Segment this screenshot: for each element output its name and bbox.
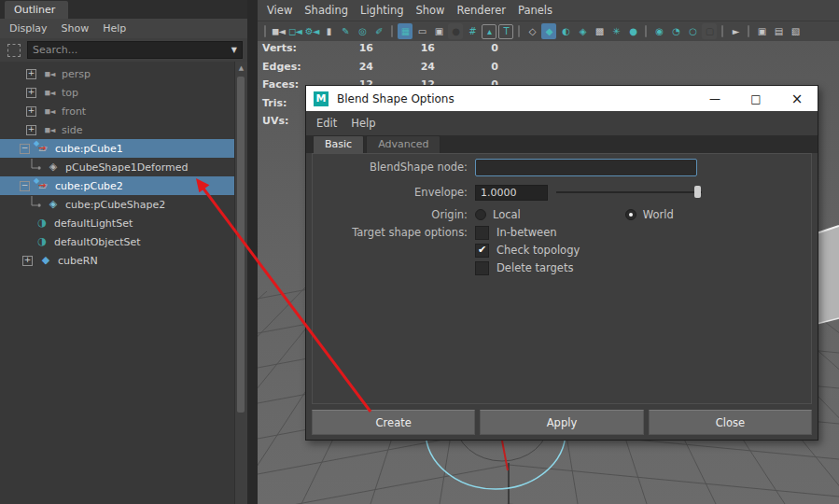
filter-icon[interactable] <box>7 44 21 57</box>
motion-blur-icon[interactable]: ◔ <box>668 23 683 39</box>
tab-basic[interactable]: Basic <box>313 135 364 153</box>
dialog-titlebar[interactable]: M Blend Shape Options —□× <box>306 86 818 111</box>
resolution-gate-icon[interactable]: ▣ <box>431 23 446 39</box>
outliner-item-cube-pcubeshape2[interactable]: ◈cube:pCubeShape2 <box>0 195 235 214</box>
outliner-item-front[interactable]: +◼◄front <box>0 102 235 120</box>
shaded-sphere-icon[interactable]: ◐ <box>558 23 573 39</box>
field-chart-icon[interactable]: # <box>465 23 480 39</box>
exposure-icon[interactable]: ▢ <box>702 23 717 39</box>
outliner-item-label: top <box>62 87 78 99</box>
expand-icon[interactable]: + <box>26 69 36 79</box>
viewport-menu-view[interactable]: View <box>267 4 292 17</box>
shadows-icon[interactable]: ● <box>625 23 640 39</box>
origin-radio-world[interactable] <box>625 209 636 220</box>
smooth-shade-icon[interactable]: ◆ <box>541 23 556 39</box>
create-button[interactable]: Create <box>312 410 475 435</box>
ao-icon[interactable]: ◉ <box>651 23 666 39</box>
reference-icon: ◆ <box>37 253 54 268</box>
outliner-item-cube-pcube1[interactable]: −▱→◆cube:pCube1 <box>0 139 235 158</box>
checkbox-check-topology[interactable]: ✔ <box>475 244 489 258</box>
gate-mask-icon[interactable]: ● <box>448 23 463 39</box>
camera-settings-icon[interactable]: ⚙◄ <box>304 23 319 39</box>
wireframe-icon[interactable]: ◇ <box>524 23 539 39</box>
envelope-value-field[interactable]: 1.0000 <box>475 185 548 201</box>
outliner-item-label: cube:pCube2 <box>55 180 123 192</box>
tree-connector <box>28 196 45 213</box>
checker-icon[interactable]: ▩ <box>592 23 607 39</box>
checkbox-label: In-between <box>496 226 557 239</box>
outliner-tree: +◼◄persp+◼◄top+◼◄front+◼◄side−▱→◆cube:pC… <box>0 62 235 504</box>
maximize-button[interactable]: □ <box>735 86 776 111</box>
isolate-view-icon[interactable]: ▤ <box>771 23 786 39</box>
checkbox-in-between[interactable] <box>475 226 489 240</box>
chevron-down-icon[interactable]: ▼ <box>231 46 237 54</box>
viewport-toolbar: ◼◄◻◄⚙◄▮✎◎✐▦▭▣●#▴T◇◆◐◈▩✳●◉◔○▢►▣▤▧ <box>258 21 839 41</box>
slider-handle[interactable] <box>694 186 701 198</box>
annotate-icon[interactable]: ✐ <box>371 23 386 39</box>
scroll-up-icon[interactable]: ▲ <box>235 62 247 72</box>
grease-pencil-icon[interactable]: ✎ <box>338 23 353 39</box>
expand-icon[interactable]: + <box>26 88 36 98</box>
outliner-menu-display[interactable]: Display <box>9 22 48 35</box>
textured-cube-icon[interactable]: ◈ <box>575 23 590 39</box>
bookmark-icon[interactable]: ▮ <box>321 23 336 39</box>
expand-icon[interactable]: + <box>26 106 36 117</box>
close-button[interactable]: × <box>776 86 818 111</box>
outliner-search-row: Search... ▼ <box>0 38 247 62</box>
close-button[interactable]: Close <box>649 410 812 435</box>
film-gate-icon[interactable]: ▭ <box>414 23 429 39</box>
viewport-menubar: ViewShadingLightingShowRendererPanels <box>258 0 839 21</box>
viewport-menu-panels[interactable]: Panels <box>518 4 552 17</box>
isolate-select-icon[interactable]: ▣ <box>754 23 769 39</box>
outliner-item-defaultobjectset[interactable]: ◑defaultObjectSet <box>0 232 235 251</box>
envelope-slider[interactable] <box>556 185 702 200</box>
select-tool-icon[interactable]: ► <box>728 23 743 39</box>
search-input[interactable]: Search... ▼ <box>27 41 243 59</box>
target-option-row: ✔Check topology <box>313 241 811 259</box>
collapse-icon[interactable]: − <box>20 181 30 191</box>
texture-view-icon[interactable]: T <box>498 24 513 39</box>
camera-icon[interactable]: ◼◄ <box>271 23 286 39</box>
origin-radio-local[interactable] <box>475 209 486 220</box>
camera-lock-icon[interactable]: ◻◄ <box>287 23 302 39</box>
viewport-menu-shading[interactable]: Shading <box>304 4 348 17</box>
image-plane-icon[interactable]: ▴ <box>482 24 496 39</box>
region-zoom-icon[interactable]: ◎ <box>355 23 370 39</box>
expand-icon[interactable]: + <box>26 125 36 135</box>
toolbar-divider <box>645 25 647 37</box>
isolate-render-icon[interactable]: ▧ <box>788 23 803 39</box>
outliner-scrollbar[interactable]: ▲ <box>234 62 247 504</box>
outliner-menu-help[interactable]: Help <box>103 22 126 35</box>
outliner-item-cube-pcube2[interactable]: −▱→◆cube:pCube2 <box>0 176 235 195</box>
outliner-menu-show[interactable]: Show <box>62 22 90 35</box>
grid-icon[interactable]: ▦ <box>398 23 413 39</box>
envelope-label: Envelope: <box>313 186 475 199</box>
outliner-item-cubern[interactable]: +◆cubeRN <box>0 251 235 270</box>
outliner-item-defaultlightset[interactable]: ◑defaultLightSet <box>0 214 235 232</box>
outliner-item-label: defaultLightSet <box>54 217 133 230</box>
lights-icon[interactable]: ✳ <box>608 23 623 39</box>
stat-label: Verts: <box>262 42 318 61</box>
viewport-menu-lighting[interactable]: Lighting <box>360 4 403 17</box>
expand-icon[interactable]: + <box>22 256 33 266</box>
outliner-item-top[interactable]: +◼◄top <box>0 83 235 102</box>
collapse-icon[interactable]: − <box>20 144 30 154</box>
antialias-icon[interactable]: ○ <box>685 23 700 39</box>
toolbar-divider <box>264 25 266 37</box>
dialog-menu-edit[interactable]: Edit <box>316 117 337 130</box>
viewport-menu-renderer[interactable]: Renderer <box>457 4 507 17</box>
checkbox-delete-targets[interactable] <box>475 261 489 275</box>
minimize-button[interactable]: — <box>694 86 735 111</box>
toolbar-divider <box>518 25 520 37</box>
dialog-menu-help[interactable]: Help <box>351 117 375 130</box>
scrollbar-thumb[interactable] <box>237 77 245 413</box>
apply-button[interactable]: Apply <box>480 410 643 435</box>
panel-divider[interactable] <box>247 0 258 504</box>
target-option-row: Delete targets <box>313 259 811 277</box>
outliner-item-label: pCubeShape1Deformed <box>65 161 188 174</box>
outliner-tab[interactable]: Outliner <box>5 1 68 19</box>
viewport-menu-show[interactable]: Show <box>416 4 445 17</box>
outliner-item-persp[interactable]: +◼◄persp <box>0 64 235 83</box>
tab-advanced[interactable]: Advanced <box>366 135 440 153</box>
blendshape-node-input[interactable] <box>475 159 697 176</box>
